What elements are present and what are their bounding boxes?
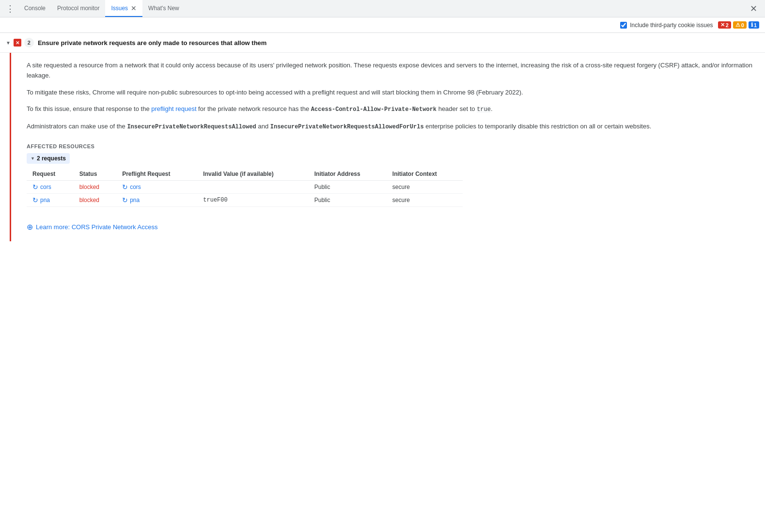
preflight-link-pna[interactable]: ↻ pna — [122, 196, 191, 204]
col-header-initiator-context: Initiator Context — [387, 168, 463, 181]
tab-protocol-monitor[interactable]: Protocol monitor — [51, 0, 105, 17]
preflight-cors-label: cors — [130, 184, 141, 190]
toolbar: Include third-party cookie issues ✕ 2 ⚠ … — [0, 17, 765, 33]
fix-code2: true — [477, 106, 491, 113]
tab-protocol-monitor-label: Protocol monitor — [57, 5, 99, 12]
col-header-initiator-address: Initiator Address — [309, 168, 387, 181]
fix-text-before: To fix this issue, ensure that response … — [27, 105, 151, 112]
affected-resources-label: AFFECTED RESOURCES — [27, 143, 759, 149]
third-party-checkbox-text: Include third-party cookie issues — [630, 22, 713, 29]
col-header-status: Status — [74, 168, 117, 181]
request-link-pna[interactable]: ↻ pna — [32, 196, 68, 204]
issue-body: A site requested a resource from a netwo… — [10, 53, 765, 241]
fix-text-end: . — [491, 105, 493, 112]
issues-panel[interactable]: ▼ ✕ 2 Ensure private network requests ar… — [0, 33, 765, 532]
preflight-pna-label: pna — [130, 197, 140, 203]
request-link-icon-2: ↻ — [32, 196, 38, 204]
dots-icon: ⋮ — [6, 3, 15, 14]
fix-text-middle: for the private network resource has the — [197, 105, 311, 112]
requests-table: Request Status Preflight Request Invalid… — [27, 168, 463, 207]
preflight-request-link[interactable]: preflight request — [151, 105, 196, 112]
tab-issues[interactable]: Issues ✕ — [105, 0, 142, 17]
col-header-preflight: Preflight Request — [116, 168, 197, 181]
main-content: ▼ ✕ 2 Ensure private network requests ar… — [0, 33, 765, 532]
fix-code1: Access-Control-Allow-Private-Network — [311, 106, 437, 113]
preflight-link-cors[interactable]: ↻ cors — [122, 183, 191, 191]
row2-preflight: ↻ pna — [116, 193, 197, 206]
row1-preflight: ↻ cors — [116, 180, 197, 193]
admin-code1: InsecurePrivateNetworkRequestsAllowed — [127, 124, 256, 130]
row2-initiator-address: Public — [309, 193, 387, 206]
row2-request: ↻ pna — [27, 193, 74, 206]
paragraph-1: A site requested a resource from a netwo… — [27, 61, 759, 81]
badge-group: ✕ 2 ⚠ 0 ℹ 1 — [718, 21, 759, 29]
tab-console-label: Console — [24, 5, 46, 12]
issue-count-badge: 2 — [24, 38, 34, 47]
error-badge-count: 2 — [726, 22, 729, 28]
tab-bar-close-button[interactable]: ✕ — [744, 3, 763, 14]
info-badge-icon: ℹ — [751, 22, 753, 28]
row1-status: blocked — [74, 180, 117, 193]
toolbar-right: Include third-party cookie issues ✕ 2 ⚠ … — [620, 21, 759, 29]
error-badge-icon: ✕ — [14, 39, 21, 47]
error-badge: ✕ 2 — [718, 21, 731, 29]
chevron-icon: ▼ — [6, 40, 11, 46]
table-header-row: Request Status Preflight Request Invalid… — [27, 168, 463, 181]
tab-issues-close-icon[interactable]: ✕ — [131, 4, 137, 12]
admin-text-after: enterprise policies to temporarily disab… — [424, 123, 652, 130]
third-party-checkbox-label[interactable]: Include third-party cookie issues — [620, 22, 713, 29]
row2-invalid-value: trueF00 — [197, 193, 308, 206]
request-link-cors[interactable]: ↻ cors — [32, 183, 68, 191]
info-badge-count: 1 — [754, 22, 757, 28]
error-badge-icon: ✕ — [720, 22, 725, 28]
requests-group-header[interactable]: ▼ 2 requests — [27, 153, 70, 164]
row1-invalid-value — [197, 180, 308, 193]
issue-group-header[interactable]: ▼ ✕ 2 Ensure private network requests ar… — [0, 33, 765, 53]
tab-whats-new-label: What's New — [148, 5, 179, 12]
learn-more-icon: ⊕ — [27, 222, 33, 232]
affected-resources: AFFECTED RESOURCES ▼ 2 requests Request … — [27, 138, 759, 215]
request-pna-label: pna — [40, 197, 50, 203]
tab-bar-dots[interactable]: ⋮ — [2, 3, 18, 14]
table-row: ↻ cors blocked ↻ cors — [27, 180, 463, 193]
issue-description: A site requested a resource from a netwo… — [27, 53, 759, 138]
requests-count-label: 2 requests — [37, 155, 66, 162]
requests-chevron-icon: ▼ — [31, 156, 35, 161]
request-cors-label: cors — [40, 184, 51, 190]
learn-more: ⊕ Learn more: CORS Private Network Acces… — [27, 215, 759, 241]
tab-bar: ⋮ Console Protocol monitor Issues ✕ What… — [0, 0, 765, 17]
warning-badge-icon: ⚠ — [735, 22, 740, 28]
third-party-checkbox[interactable] — [620, 22, 627, 29]
admin-text-middle: and — [256, 123, 270, 130]
paragraph-admin: Administrators can make use of the Insec… — [27, 122, 759, 132]
warning-badge-count: 0 — [741, 22, 744, 28]
col-header-invalid-value: Invalid Value (if available) — [197, 168, 308, 181]
table-row: ↻ pna blocked ↻ pna — [27, 193, 463, 206]
paragraph-fix: To fix this issue, ensure that response … — [27, 104, 759, 114]
warning-badge: ⚠ 0 — [733, 21, 747, 29]
row1-request: ↻ cors — [27, 180, 74, 193]
info-badge: ℹ 1 — [749, 21, 759, 29]
col-header-request: Request — [27, 168, 74, 181]
requests-group: ▼ 2 requests Request Status Preflight Re… — [27, 153, 759, 207]
preflight-link-icon: ↻ — [122, 183, 128, 191]
issue-title: Ensure private network requests are only… — [38, 39, 759, 47]
row2-initiator-context: secure — [387, 193, 463, 206]
row2-status: blocked — [74, 193, 117, 206]
preflight-link-icon-2: ↻ — [122, 196, 128, 204]
paragraph-2: To mitigate these risks, Chrome will req… — [27, 88, 759, 98]
fix-text-after: header set to — [437, 105, 477, 112]
admin-text-before: Administrators can make use of the — [27, 123, 127, 130]
request-link-icon: ↻ — [32, 183, 38, 191]
admin-code2: InsecurePrivateNetworkRequestsAllowedFor… — [270, 124, 424, 130]
tab-issues-label: Issues — [111, 5, 128, 12]
tab-console[interactable]: Console — [18, 0, 51, 17]
row1-initiator-address: Public — [309, 180, 387, 193]
learn-more-link[interactable]: Learn more: CORS Private Network Access — [36, 223, 157, 231]
tab-whats-new[interactable]: What's New — [142, 0, 185, 17]
row1-initiator-context: secure — [387, 180, 463, 193]
